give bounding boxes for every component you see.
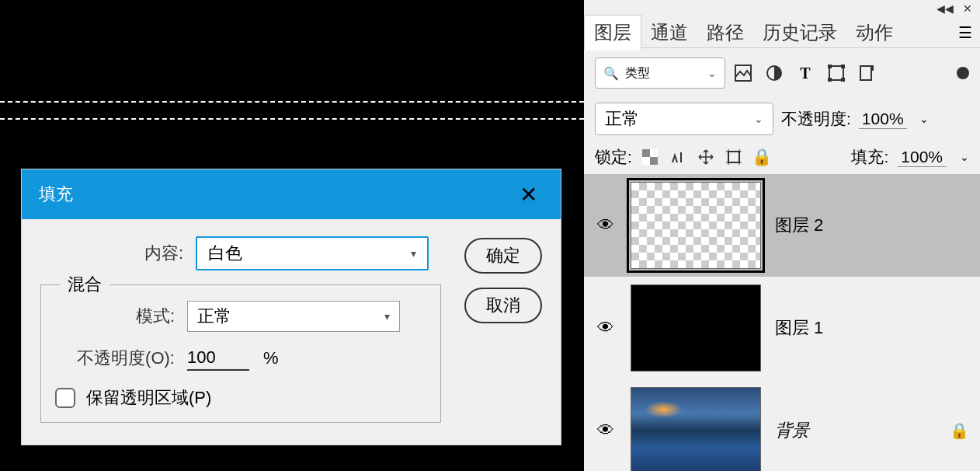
svg-rect-6	[841, 78, 845, 82]
type-filter[interactable]: 🔍 类型 ⌄	[595, 58, 725, 89]
svg-rect-12	[728, 152, 739, 162]
layer-name[interactable]: 背景	[775, 419, 936, 442]
mode-select[interactable]: 正常 ▾	[187, 301, 400, 332]
content-label: 内容:	[40, 242, 196, 265]
mode-label: 模式:	[55, 305, 187, 328]
chevron-down-icon[interactable]: ⌄	[919, 113, 929, 125]
lock-transparency-icon[interactable]	[641, 148, 659, 166]
svg-rect-4	[841, 65, 845, 68]
svg-rect-9	[650, 157, 658, 165]
visibility-icon[interactable]: 👁	[595, 420, 617, 441]
blend-legend: 混合	[60, 273, 109, 296]
layer-row[interactable]: 👁 图层 1	[584, 277, 980, 379]
svg-rect-3	[828, 65, 832, 68]
layer-thumbnail[interactable]	[631, 387, 761, 471]
cancel-button[interactable]: 取消	[464, 288, 542, 323]
layers-panel: ◀◀ ✕ 图层 通道 路径 历史记录 动作 ☰ 🔍 类型 ⌄ T 正常 ⌄ 不透…	[584, 0, 980, 471]
fill-dialog: 填充 ✕ 内容: 白色 ▾ 混合 模式: 正常 ▾	[22, 169, 561, 445]
layer-name[interactable]: 图层 2	[775, 214, 969, 237]
chevron-down-icon: ⌄	[754, 113, 763, 125]
lock-pixels-icon[interactable]	[669, 148, 686, 166]
chevron-down-icon: ▾	[384, 310, 390, 323]
fill-label: 填充:	[851, 146, 888, 168]
search-icon: 🔍	[603, 66, 619, 81]
lock-label: 锁定:	[595, 146, 632, 168]
layer-thumbnail[interactable]	[631, 284, 761, 372]
visibility-icon[interactable]: 👁	[595, 215, 617, 236]
chevron-down-icon[interactable]: ⌄	[960, 151, 969, 163]
panel-tabs: 图层 通道 路径 历史记录 动作 ☰	[584, 17, 980, 48]
mode-value: 正常	[197, 305, 231, 328]
layer-row[interactable]: 👁 背景 🔒	[584, 379, 980, 471]
selection-marquee-bottom	[0, 118, 584, 120]
shape-filter-icon[interactable]	[828, 65, 845, 82]
filter-toggle[interactable]	[957, 67, 969, 79]
opacity-input[interactable]	[187, 346, 249, 371]
blend-mode-select[interactable]: 正常 ⌄	[595, 103, 773, 135]
preserve-label: 保留透明区域(P)	[86, 386, 211, 410]
lock-icon[interactable]: 🔒	[950, 421, 969, 440]
tab-actions[interactable]: 动作	[846, 16, 902, 50]
tab-channels[interactable]: 通道	[641, 16, 697, 50]
selection-marquee-top	[0, 101, 584, 103]
layers-list: 👁 图层 2 👁 图层 1 👁 背景 🔒	[584, 174, 980, 471]
blend-fieldset: 混合 模式: 正常 ▾ 不透明度(O): % 保留透明区域(P)	[40, 284, 441, 423]
fill-value[interactable]: 100%	[898, 148, 946, 167]
content-select[interactable]: 白色 ▾	[196, 236, 429, 270]
tab-layers[interactable]: 图层	[584, 15, 641, 51]
opacity-label: 不透明度:	[781, 108, 851, 130]
tab-history[interactable]: 历史记录	[753, 16, 846, 50]
tab-paths[interactable]: 路径	[697, 16, 753, 50]
layer-thumbnail[interactable]	[631, 182, 761, 269]
chevron-down-icon: ⌄	[707, 67, 717, 79]
svg-rect-10	[650, 149, 658, 157]
layer-name[interactable]: 图层 1	[775, 316, 969, 340]
lock-all-icon[interactable]: 🔒	[753, 148, 770, 166]
lock-artboard-icon[interactable]	[725, 148, 742, 166]
close-icon[interactable]: ✕	[513, 179, 544, 211]
adjustment-filter-icon[interactable]	[766, 65, 783, 82]
content-value: 白色	[208, 242, 242, 265]
preserve-transparency-checkbox[interactable]	[55, 388, 75, 408]
lock-position-icon[interactable]	[697, 148, 714, 166]
dialog-title: 填充	[39, 183, 73, 206]
chevron-down-icon: ▾	[411, 247, 416, 260]
menu-icon[interactable]: ☰	[958, 23, 972, 42]
dialog-titlebar[interactable]: 填充 ✕	[22, 169, 561, 219]
pixel-filter-icon[interactable]	[735, 65, 752, 82]
svg-rect-8	[642, 149, 650, 157]
opacity-value[interactable]: 100%	[859, 110, 907, 129]
type-filter-icon[interactable]: T	[797, 65, 814, 82]
layer-row[interactable]: 👁 图层 2	[584, 174, 980, 277]
percent-label: %	[263, 348, 279, 368]
opacity-label: 不透明度(O):	[55, 347, 187, 370]
svg-rect-11	[642, 157, 650, 165]
smartobject-filter-icon[interactable]	[859, 65, 876, 82]
svg-rect-5	[828, 78, 832, 82]
ok-button[interactable]: 确定	[464, 238, 542, 274]
svg-rect-7	[860, 66, 871, 80]
collapse-icon[interactable]: ◀◀	[937, 2, 954, 15]
visibility-icon[interactable]: 👁	[595, 318, 617, 338]
close-panel-icon[interactable]: ✕	[963, 2, 972, 15]
